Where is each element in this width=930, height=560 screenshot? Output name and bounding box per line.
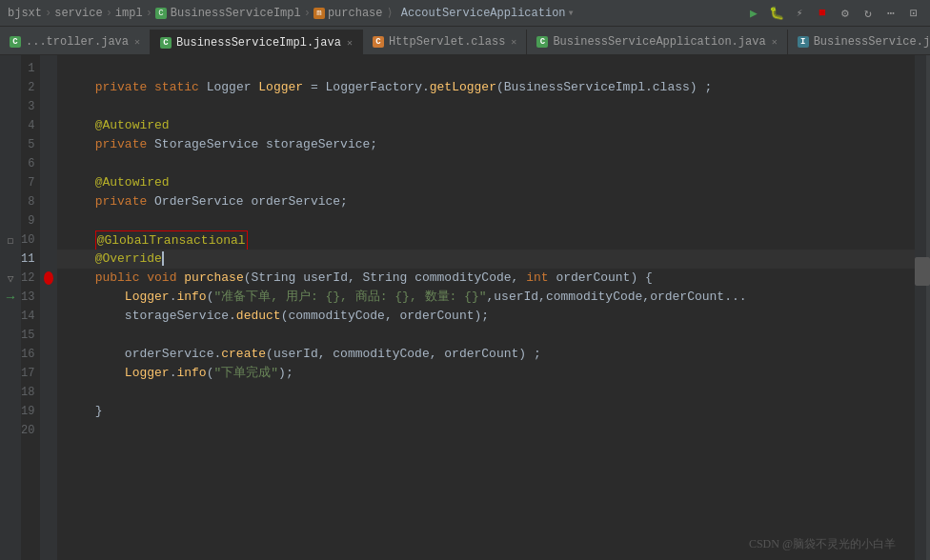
kw-void: void	[147, 270, 176, 285]
bp-19	[40, 402, 57, 421]
tab-business-app[interactable]: C BusinessServiceApplication.java ✕	[527, 30, 787, 54]
gutter-2	[0, 78, 21, 97]
tab-httpservlet[interactable]: C HttpServlet.class ✕	[363, 30, 527, 54]
tab-c-icon-app: C	[536, 36, 548, 48]
bp-13	[40, 288, 57, 307]
bp-20	[40, 421, 57, 440]
bp-6	[40, 154, 57, 173]
right-gutter	[915, 55, 930, 560]
bp-5	[40, 135, 57, 154]
fold-icon-10[interactable]: ◻	[8, 234, 14, 247]
ln-16: 16	[21, 345, 40, 364]
breakpoint-gutter	[40, 55, 57, 560]
branch-icon: C	[155, 8, 167, 19]
line-numbers: 1 2 3 4 5 6 7 8 9 10 11 12 13 14 15 16 1…	[21, 55, 40, 560]
tab-business-svc[interactable]: I BusinessService.java ✕	[788, 30, 930, 54]
tab-close-app[interactable]: ✕	[772, 36, 778, 48]
var-logger: Logger	[258, 80, 303, 94]
gutter-4	[0, 116, 21, 135]
gutter-3	[0, 97, 21, 116]
debug-icon[interactable]: 🐛	[768, 5, 785, 22]
gutter-18	[0, 383, 21, 402]
window-icon[interactable]: ⊡	[905, 5, 922, 22]
ln-19: 19	[21, 402, 40, 421]
tab-close-impl[interactable]: ✕	[347, 37, 353, 49]
stop-icon[interactable]: ■	[814, 5, 831, 22]
settings-icon[interactable]: ⚙	[837, 5, 854, 22]
coverage-icon[interactable]: ⚡	[791, 5, 808, 22]
ln-4: 4	[21, 116, 40, 135]
ln-8: 8	[21, 192, 40, 211]
code-line-16: orderService.create(userId, commodityCod…	[57, 345, 915, 364]
bp-2	[40, 78, 57, 97]
method-info-2: info	[176, 366, 206, 380]
gutter-16	[0, 345, 21, 364]
ln-20: 20	[21, 421, 40, 440]
breadcrumb-bjsxt: bjsxt	[8, 7, 42, 20]
method-purchase: purchase	[184, 270, 243, 285]
breakpoint-dot-12[interactable]	[44, 271, 53, 285]
ln-1: 1	[21, 59, 40, 78]
gutter-8	[0, 192, 21, 211]
bp-11	[40, 250, 57, 269]
gutter-6	[0, 154, 21, 173]
bp-12[interactable]	[40, 269, 57, 288]
method-getlogger: getLogger	[430, 80, 496, 94]
code-line-17: Logger.info("下单完成");	[57, 364, 915, 383]
tab-business-impl[interactable]: C BusinessServiceImpl.java ✕	[151, 30, 363, 54]
code-line-8: private OrderService orderService;	[57, 192, 915, 211]
code-line-12: public void purchase(String userId, Stri…	[57, 269, 915, 288]
fold-icon-12[interactable]: ▽	[8, 272, 14, 285]
method-create: create	[221, 347, 266, 361]
code-editor[interactable]: private static Logger Logger = LoggerFac…	[57, 55, 915, 560]
gutter-14	[0, 307, 21, 326]
kw-private: private	[95, 80, 148, 94]
code-line-18	[57, 383, 915, 402]
code-line-20	[57, 421, 915, 440]
update-icon[interactable]: ↻	[859, 5, 877, 22]
ln-5: 5	[21, 135, 40, 154]
tab-h-icon: C	[373, 36, 384, 48]
ln-12: 12	[21, 269, 40, 288]
more-icon[interactable]: ⋯	[882, 5, 900, 22]
gutter-15	[0, 326, 21, 345]
tab-business-impl-label: BusinessServiceImpl.java	[176, 36, 341, 50]
code-line-19: }	[57, 402, 915, 421]
string-log-1: "准备下单, 用户: {}, 商品: {}, 数量: {}"	[213, 290, 486, 304]
code-line-11: @Override	[57, 250, 915, 269]
logger-call-2: Logger	[125, 366, 170, 380]
watermark: CSDN @脑袋不灵光的小白羊	[749, 536, 896, 552]
left-gutter: ◻ ▽ →	[0, 55, 21, 560]
annotation-autowired-2: @Autowired	[95, 175, 170, 190]
bp-9	[40, 211, 57, 230]
exec-arrow: →	[7, 290, 14, 305]
ln-11: 11	[21, 250, 40, 269]
ln-17: 17	[21, 364, 40, 383]
code-line-6	[57, 154, 915, 173]
tab-c-icon-impl: C	[160, 37, 172, 49]
editor-container: ◻ ▽ → 1 2 3 4 5 6 7 8 9 10 11 12 13 14 1…	[0, 55, 930, 560]
bp-4	[40, 116, 57, 135]
gutter-19	[0, 402, 21, 421]
bp-1	[40, 59, 57, 78]
app-run-config[interactable]: AccoutServiceApplication	[401, 7, 566, 20]
ln-14: 14	[21, 307, 40, 326]
tab-httpservlet-label: HttpServlet.class	[389, 35, 505, 49]
string-log-2: "下单完成"	[213, 366, 278, 380]
bp-17	[40, 364, 57, 383]
annotation-override: @Override	[95, 251, 162, 266]
ln-9: 9	[21, 211, 40, 230]
gutter-20	[0, 421, 21, 440]
code-line-7: @Autowired	[57, 173, 915, 192]
tab-close-http[interactable]: ✕	[511, 36, 516, 48]
var-storage: storageService	[266, 137, 370, 151]
tab-close-controller[interactable]: ✕	[134, 36, 140, 48]
ln-10: 10	[21, 230, 40, 250]
gutter-13: →	[0, 288, 21, 307]
code-line-3	[57, 97, 915, 116]
annotation-global-transactional: @GlobalTransactional	[97, 233, 246, 248]
tab-i-icon: I	[798, 36, 809, 48]
run-icon[interactable]: ▶	[745, 5, 762, 22]
ln-3: 3	[21, 97, 40, 116]
tab-controller[interactable]: C ...troller.java ✕	[0, 30, 151, 54]
